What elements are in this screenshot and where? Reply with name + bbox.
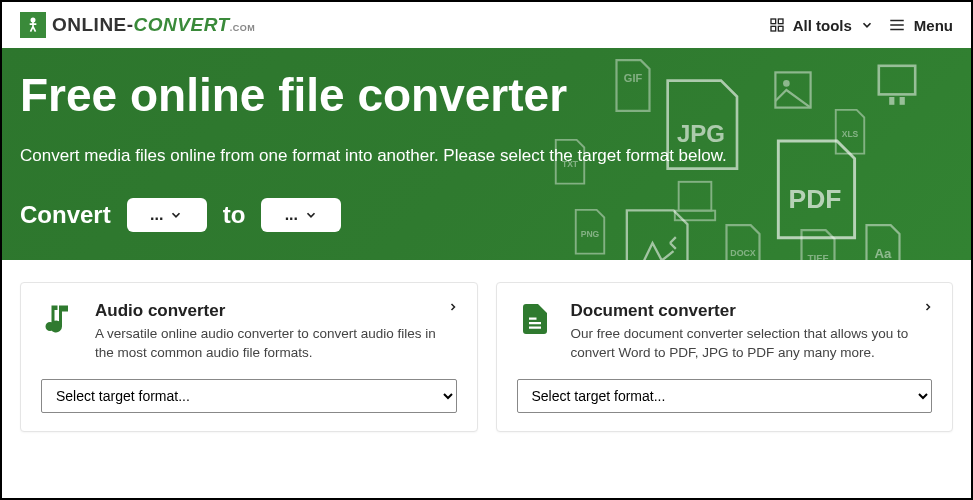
- document-target-format-select[interactable]: Select target format...: [517, 379, 933, 413]
- convert-from-value: ...: [150, 206, 163, 224]
- card-title: Audio converter: [95, 301, 457, 321]
- card-title: Document converter: [571, 301, 933, 321]
- all-tools-label: All tools: [793, 17, 852, 34]
- audio-converter-card[interactable]: Audio converter A versatile online audio…: [20, 282, 478, 432]
- convert-label: Convert: [20, 201, 111, 229]
- menu-label: Menu: [914, 17, 953, 34]
- hero-title: Free online file converter: [20, 68, 953, 122]
- document-converter-card[interactable]: Document converter Our free document con…: [496, 282, 954, 432]
- svg-text:Aa: Aa: [875, 246, 893, 260]
- logo-text: ONLINE-CONVERT.COM: [52, 14, 255, 36]
- hero-subtitle: Convert media files online from one form…: [20, 146, 953, 166]
- chevron-down-icon: [860, 18, 874, 32]
- chevron-down-icon: [304, 208, 318, 222]
- convert-row: Convert ... to ...: [20, 198, 953, 232]
- logo[interactable]: ONLINE-CONVERT.COM: [20, 12, 255, 38]
- audio-target-format-select[interactable]: Select target format...: [41, 379, 457, 413]
- convert-to-select[interactable]: ...: [261, 198, 341, 232]
- card-desc: A versatile online audio converter to co…: [95, 325, 457, 363]
- convert-from-select[interactable]: ...: [127, 198, 207, 232]
- to-label: to: [223, 201, 246, 229]
- svg-text:TIFF: TIFF: [808, 252, 829, 260]
- card-desc: Our free document converter selection th…: [571, 325, 933, 363]
- svg-text:JPG: JPG: [677, 120, 725, 147]
- convert-to-value: ...: [285, 206, 298, 224]
- svg-point-0: [31, 18, 34, 21]
- svg-rect-4: [778, 26, 783, 31]
- header: ONLINE-CONVERT.COM All tools Menu: [2, 2, 971, 48]
- hamburger-icon: [888, 16, 906, 34]
- menu-button[interactable]: Menu: [888, 16, 953, 34]
- all-tools-menu[interactable]: All tools: [769, 17, 874, 34]
- svg-rect-3: [771, 26, 776, 31]
- svg-text:DOCX: DOCX: [730, 248, 756, 258]
- svg-rect-1: [771, 19, 776, 24]
- svg-text:XLS: XLS: [842, 129, 859, 139]
- document-icon: [517, 301, 553, 337]
- grid-icon: [769, 17, 785, 33]
- logo-icon: [20, 12, 46, 38]
- converter-cards: Audio converter A versatile online audio…: [2, 260, 971, 432]
- music-icon: [41, 301, 77, 337]
- chevron-down-icon: [169, 208, 183, 222]
- chevron-right-icon: [922, 301, 934, 313]
- hero: GIF JPG XLS TXT PDF PNG DOCX TIFF Aa Fre…: [2, 48, 971, 260]
- svg-rect-2: [778, 19, 783, 24]
- chevron-right-icon: [447, 301, 459, 313]
